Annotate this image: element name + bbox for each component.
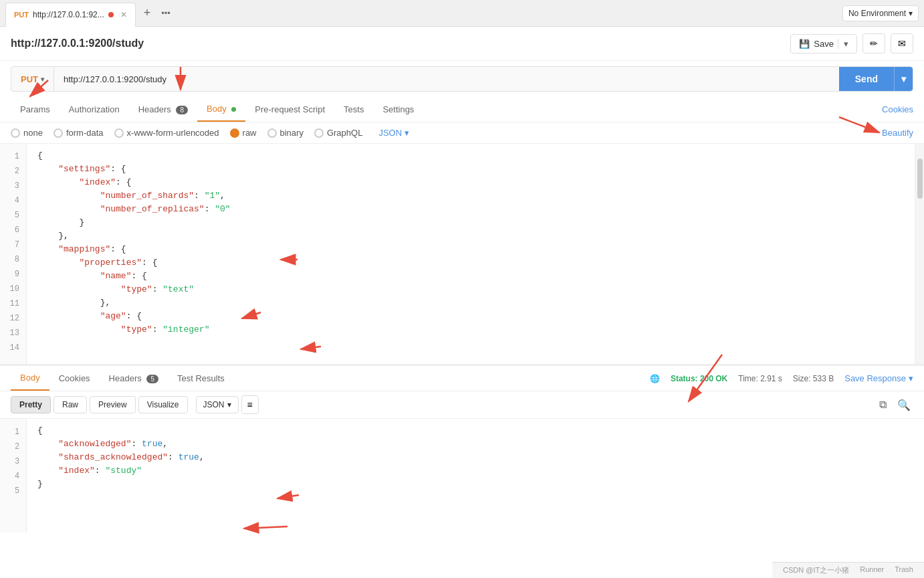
- format-visualize-button[interactable]: Visualize: [138, 396, 188, 413]
- json-format-selector[interactable]: JSON ▾: [378, 128, 409, 138]
- response-code-content: { "acknowledged": true, "shards_acknowle…: [27, 419, 205, 533]
- method-selector[interactable]: PUT ▾: [11, 68, 54, 91]
- cookies-link[interactable]: Cookies: [882, 104, 913, 114]
- active-tab[interactable]: PUT http://127.0.0.1:92... ✕: [5, 3, 136, 27]
- response-icons: ⧉ 🔍: [877, 396, 913, 414]
- resp-line-3: "shards_acknowledged": true,: [37, 451, 205, 464]
- status-label: Status: 200 OK: [671, 374, 727, 383]
- send-label: Send: [839, 67, 894, 91]
- filter-icon-button[interactable]: ≡: [241, 395, 259, 414]
- tab-settings[interactable]: Settings: [373, 98, 423, 121]
- globe-icon: 🌐: [650, 374, 660, 383]
- edit-icon-button[interactable]: ✏: [862, 33, 885, 54]
- body-type-urlencoded-label: x-www-form-urlencoded: [127, 128, 219, 138]
- code-line-13: "age": {: [37, 310, 915, 323]
- code-line-5: "number_of_replicas": "0": [37, 203, 915, 216]
- body-type-none[interactable]: none: [11, 128, 43, 138]
- comment-icon-button[interactable]: ✉: [891, 33, 913, 54]
- resp-tab-test-results[interactable]: Test Results: [168, 367, 234, 390]
- response-json-selector[interactable]: JSON ▾: [196, 396, 239, 413]
- trash-label[interactable]: Trash: [895, 565, 913, 575]
- request-code-content[interactable]: { "settings": { "index": { "number_of_sh…: [27, 144, 915, 364]
- resp-json-arrow: ▾: [227, 400, 231, 409]
- tab-url: http://127.0.0.1:92...: [33, 10, 104, 19]
- time-label: Time: 2.91 s: [738, 374, 782, 383]
- scrollbar-thumb[interactable]: [917, 159, 923, 199]
- format-preview-button[interactable]: Preview: [90, 396, 136, 413]
- code-line-4: "number_of_shards": "1",: [37, 189, 915, 203]
- headers-badge: 8: [176, 106, 188, 114]
- body-type-urlencoded[interactable]: x-www-form-urlencoded: [114, 128, 219, 138]
- radio-binary: [267, 128, 277, 138]
- resp-line-5: }: [37, 478, 205, 491]
- radio-urlencoded: [114, 128, 124, 138]
- resp-line-numbers: 1 2 3 4 5: [0, 419, 27, 533]
- code-line-7: },: [37, 229, 915, 243]
- search-icon[interactable]: 🔍: [895, 396, 913, 414]
- send-dropdown-icon[interactable]: ▾: [894, 67, 913, 91]
- save-response-button[interactable]: Save Response ▾: [844, 373, 913, 383]
- radio-form-data: [53, 128, 63, 138]
- url-input[interactable]: [54, 68, 839, 91]
- body-type-form-data[interactable]: form-data: [53, 128, 104, 138]
- environment-selector[interactable]: No Environment ▾: [842, 5, 919, 21]
- send-button[interactable]: Send ▾: [839, 67, 913, 91]
- radio-none: [11, 128, 20, 138]
- code-line-10: "name": {: [37, 270, 915, 283]
- resp-tab-headers[interactable]: Headers 5: [100, 367, 168, 390]
- save-response-arrow: ▾: [909, 373, 913, 383]
- resp-line-1: {: [37, 424, 205, 438]
- resp-json-label: JSON: [203, 400, 225, 409]
- save-arrow-icon[interactable]: ▾: [838, 39, 848, 49]
- body-type-binary-label: binary: [280, 128, 304, 138]
- save-label: Save: [814, 39, 834, 49]
- request-body-editor[interactable]: 1 2 3 4 5 6 7 8 9 10 11 12 13 14 { "sett…: [0, 144, 924, 365]
- radio-graphql: [314, 128, 324, 138]
- tab-close-icon[interactable]: ✕: [120, 10, 127, 19]
- editor-scrollbar[interactable]: [915, 144, 924, 364]
- tab-bar: PUT http://127.0.0.1:92... ✕ + ••• No En…: [0, 0, 924, 27]
- tab-headers[interactable]: Headers 8: [129, 98, 197, 121]
- tab-tests[interactable]: Tests: [334, 98, 373, 121]
- code-line-9: "properties": {: [37, 256, 915, 270]
- url-title-bar: http://127.0.0.1:9200/study 💾 Save ▾ ✏ ✉: [0, 27, 924, 61]
- resp-line-2: "acknowledged": true,: [37, 438, 205, 451]
- resp-line-4: "index": "study": [37, 464, 205, 478]
- new-tab-button[interactable]: +: [138, 6, 156, 20]
- code-line-6: }: [37, 216, 915, 229]
- code-line-2: "settings": {: [37, 163, 915, 176]
- resp-tab-cookies[interactable]: Cookies: [49, 367, 100, 390]
- code-line-14: "type": "integer": [37, 323, 915, 336]
- env-label: No Environment: [848, 9, 906, 18]
- tab-method: PUT: [14, 11, 29, 19]
- tab-pre-request[interactable]: Pre-request Script: [245, 98, 334, 121]
- response-meta: 🌐 Status: 200 OK Time: 2.91 s Size: 533 …: [650, 373, 913, 383]
- method-label: PUT: [21, 74, 38, 84]
- runner-label[interactable]: Runner: [860, 565, 884, 575]
- format-raw-button[interactable]: Raw: [53, 396, 87, 413]
- bottom-bar: CSDN @IT之一小猪 Runner Trash: [772, 562, 924, 578]
- tab-authorization[interactable]: Authorization: [60, 98, 129, 121]
- tab-body[interactable]: Body: [197, 97, 245, 122]
- size-label: Size: 533 B: [793, 374, 834, 383]
- body-type-raw[interactable]: raw: [230, 128, 257, 138]
- body-type-binary[interactable]: binary: [267, 128, 304, 138]
- beautify-button[interactable]: Beautify: [882, 128, 913, 138]
- json-dropdown-icon: ▾: [405, 128, 409, 138]
- format-pretty-button[interactable]: Pretty: [11, 396, 51, 413]
- tab-params[interactable]: Params: [11, 98, 60, 121]
- body-type-raw-label: raw: [243, 128, 257, 138]
- copy-icon[interactable]: ⧉: [877, 396, 889, 414]
- page-title: http://127.0.0.1:9200/study: [11, 37, 144, 50]
- code-line-3: "index": {: [37, 176, 915, 189]
- response-editor: 1 2 3 4 5 { "acknowledged": true, "shard…: [0, 419, 924, 533]
- tab-more-button[interactable]: •••: [156, 8, 176, 18]
- csdn-label: CSDN @IT之一小猪: [783, 565, 849, 575]
- request-tabs: Params Authorization Headers 8 Body Pre-…: [0, 97, 924, 122]
- save-button[interactable]: 💾 Save ▾: [790, 34, 857, 54]
- request-line: PUT ▾ Send ▾: [11, 66, 913, 92]
- resp-tab-body[interactable]: Body: [11, 366, 49, 391]
- code-line-12: },: [37, 296, 915, 310]
- body-active-dot: [231, 107, 236, 112]
- body-type-graphql[interactable]: GraphQL: [314, 128, 362, 138]
